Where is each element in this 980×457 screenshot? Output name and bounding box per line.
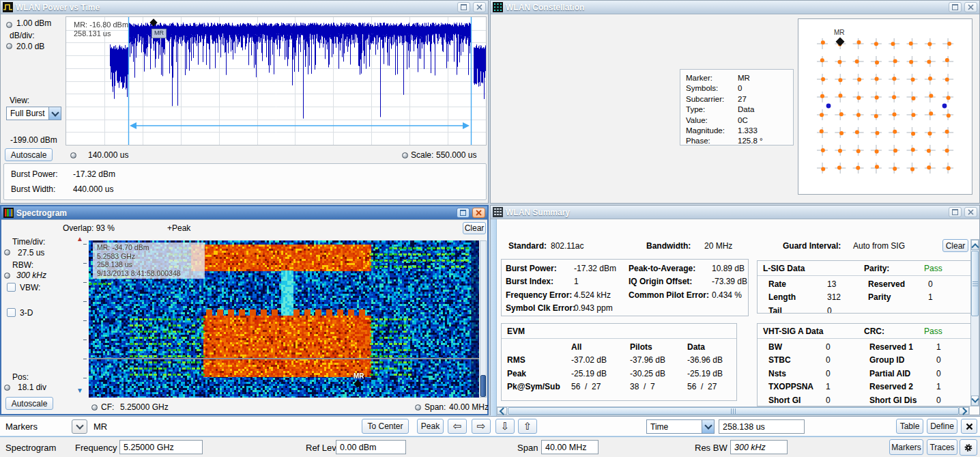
- field-value: [928, 304, 969, 314]
- rbw-knob-icon[interactable]: [4, 273, 10, 279]
- cf-value[interactable]: 5.25000 GHz: [120, 402, 169, 412]
- autoscale-button[interactable]: Autoscale: [5, 397, 53, 410]
- constellation-point: [820, 129, 824, 133]
- span-label: Span: [517, 443, 538, 453]
- bottom-level-value: -199.00 dBm: [10, 135, 57, 145]
- time-div-knob-icon[interactable]: [4, 249, 10, 255]
- field-label: Length: [768, 291, 827, 305]
- constellation-plot[interactable]: MR: [798, 19, 972, 194]
- spectrogram-titlebar[interactable]: Spectrogram: [1, 206, 487, 220]
- span-value[interactable]: 40.00 MHz: [449, 402, 489, 412]
- threed-checkbox[interactable]: [7, 308, 16, 317]
- ref-lev-input[interactable]: [336, 440, 406, 454]
- clear-button[interactable]: Clear: [463, 222, 486, 234]
- marker-info-row: Value:0C: [686, 115, 793, 126]
- to-center-button[interactable]: To Center: [362, 419, 409, 434]
- autoscale-button[interactable]: Autoscale: [5, 148, 53, 161]
- vbw-checkbox[interactable]: [7, 283, 16, 292]
- constellation-point: [911, 77, 915, 81]
- ref-lev-label: Ref Lev: [306, 443, 336, 453]
- combo-arrow-icon[interactable]: [702, 420, 714, 433]
- close-button[interactable]: [964, 2, 977, 12]
- ref-level-knob-icon[interactable]: [6, 22, 12, 28]
- scrollbar-thumb[interactable]: [508, 407, 959, 415]
- ref-level-value[interactable]: 1.00 dBm: [16, 18, 51, 28]
- marker-position-input[interactable]: [719, 419, 805, 434]
- db-div-knob-icon[interactable]: [6, 43, 12, 49]
- restore-button[interactable]: [457, 208, 470, 218]
- db-div-value[interactable]: 20.0 dB: [16, 42, 44, 51]
- marker-info-row: Symbols:0: [686, 83, 793, 94]
- scale-value[interactable]: 550.000 us: [436, 150, 476, 160]
- markers-button[interactable]: Markers: [889, 439, 923, 455]
- marker-select-dropdown[interactable]: [72, 419, 87, 434]
- power-vs-time-plot[interactable]: [66, 16, 487, 146]
- restore-button[interactable]: [949, 2, 962, 12]
- settings-button[interactable]: [960, 439, 977, 456]
- axis-up-arrow-icon[interactable]: ▲: [76, 235, 83, 243]
- marker-diamond[interactable]: [835, 37, 844, 46]
- scrollbar-thumb[interactable]: [971, 251, 979, 316]
- combo-arrow-icon[interactable]: [48, 107, 61, 120]
- summary-titlebar[interactable]: WLAN Summary: [491, 206, 979, 219]
- table-button[interactable]: Table: [896, 419, 923, 434]
- marker-readout-type-select[interactable]: Time: [646, 419, 715, 434]
- scroll-left-button[interactable]: [497, 407, 507, 415]
- peak-button[interactable]: Peak: [417, 419, 444, 434]
- close-button[interactable]: [964, 207, 977, 217]
- marker-info-row: Subcarrier:27: [686, 94, 793, 105]
- scroll-right-button[interactable]: [959, 407, 969, 415]
- constellation-point: [892, 95, 896, 99]
- frequency-input[interactable]: [119, 440, 203, 454]
- scale-knob-icon[interactable]: [402, 152, 408, 158]
- peak-right-button[interactable]: ⇨: [472, 419, 491, 434]
- db-div-label: dB/div:: [10, 31, 35, 40]
- axis-down-arrow-icon[interactable]: ▼: [76, 387, 83, 394]
- pos-value[interactable]: 18.1 div: [18, 383, 46, 392]
- traces-button[interactable]: Traces: [927, 439, 957, 455]
- field-label: [629, 302, 712, 316]
- field-label: Short GI: [768, 393, 826, 406]
- peak-higher-button[interactable]: ⇧: [518, 419, 537, 434]
- span-input[interactable]: [541, 440, 599, 454]
- x-offset-knob-icon[interactable]: [70, 152, 76, 158]
- close-markers-toolbar-button[interactable]: [961, 419, 977, 434]
- rbw-value[interactable]: 300 kHz: [16, 271, 46, 280]
- summary-hscrollbar[interactable]: [496, 406, 970, 415]
- restore-button[interactable]: [457, 2, 470, 12]
- close-button[interactable]: [472, 208, 485, 218]
- field-label: Tail: [768, 304, 827, 314]
- view-select[interactable]: Full Burst: [6, 107, 61, 120]
- constellation-titlebar[interactable]: WLAN Constellation: [491, 1, 979, 14]
- field-value: 0: [826, 354, 869, 368]
- field-label: Rate: [768, 277, 827, 291]
- frequency-label: Frequency: [75, 443, 117, 453]
- spectrogram-scrollbar[interactable]: [480, 240, 487, 398]
- restore-button[interactable]: [949, 207, 962, 217]
- burst-width-label: Burst Width:: [11, 184, 55, 194]
- power-vs-time-titlebar[interactable]: WLAN Power vs Time: [1, 1, 488, 14]
- panel-splitter[interactable]: [491, 219, 497, 416]
- scroll-down-button[interactable]: [971, 396, 979, 406]
- pos-knob-icon[interactable]: [4, 385, 10, 391]
- constellation-point: [820, 113, 824, 117]
- field-value: 1: [928, 291, 969, 305]
- constellation-point: [947, 166, 951, 170]
- define-button[interactable]: Define: [927, 419, 957, 434]
- scrollbar-thumb[interactable]: [480, 375, 486, 397]
- peak-left-button[interactable]: ⇦: [448, 419, 467, 434]
- close-button[interactable]: [473, 2, 486, 12]
- scroll-up-button[interactable]: [971, 240, 979, 250]
- span-knob-icon[interactable]: [415, 404, 421, 411]
- x-offset-value[interactable]: 140.000 us: [88, 150, 128, 160]
- time-div-value[interactable]: 27.5 us: [18, 248, 44, 258]
- summary-vscrollbar[interactable]: [970, 239, 979, 406]
- time-div-label: Time/div:: [12, 237, 45, 247]
- cf-knob-icon[interactable]: [91, 404, 98, 411]
- constellation-point: [875, 60, 879, 64]
- res-bw-input[interactable]: [730, 440, 788, 454]
- constellation-point: [838, 78, 842, 82]
- constellation-point: [875, 131, 879, 135]
- peak-lower-button[interactable]: ⇩: [495, 419, 515, 434]
- clear-button[interactable]: Clear: [942, 239, 968, 252]
